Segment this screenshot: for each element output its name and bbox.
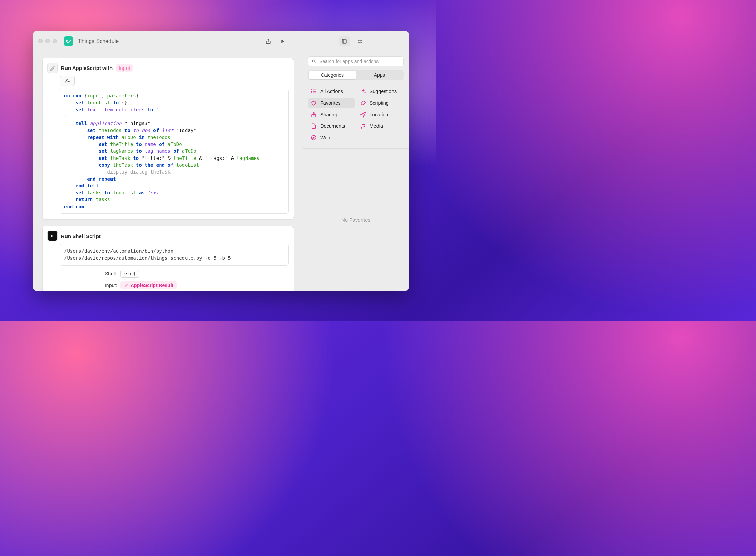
compile-button[interactable] xyxy=(60,76,75,86)
applescript-icon xyxy=(47,63,58,73)
action-run-shell-script[interactable]: >_ Run Shell Script /Users/david/env/aut… xyxy=(42,226,294,291)
category-suggestions[interactable]: Suggestions xyxy=(357,86,404,96)
svg-point-7 xyxy=(311,91,312,92)
empty-state: No Favorites xyxy=(303,149,409,291)
terminal-icon: >_ xyxy=(47,231,58,241)
run-button[interactable] xyxy=(277,36,288,46)
svg-point-8 xyxy=(311,93,312,93)
action-connector xyxy=(42,220,294,226)
heart-icon xyxy=(311,100,317,106)
share-icon xyxy=(311,111,317,118)
chevron-updown-icon: ▲▼ xyxy=(133,272,136,276)
music-icon xyxy=(360,123,366,129)
safari-icon xyxy=(311,135,317,141)
doc-icon xyxy=(311,123,317,129)
action-run-applescript[interactable]: Run AppleScript with Input on run {input… xyxy=(42,58,294,220)
applescript-editor[interactable]: on run {input, parameters} set todoList … xyxy=(60,89,289,214)
svg-point-2 xyxy=(359,40,360,41)
app-icon xyxy=(64,36,73,46)
share-button[interactable] xyxy=(263,36,274,46)
svg-point-6 xyxy=(311,90,312,90)
category-location[interactable]: Location xyxy=(357,109,404,120)
library-toggle-button[interactable] xyxy=(339,36,350,46)
paint-icon xyxy=(360,100,366,106)
shell-select[interactable]: zsh ▲▼ xyxy=(120,270,139,278)
window-controls xyxy=(38,39,57,43)
titlebar: Things Schedule xyxy=(33,31,409,51)
category-web[interactable]: Web xyxy=(308,133,355,143)
category-sharing[interactable]: Sharing xyxy=(308,109,355,120)
shell-label: Shell: xyxy=(60,271,117,276)
category-scripting[interactable]: Scripting xyxy=(357,98,404,108)
search-input[interactable] xyxy=(319,59,400,64)
category-list: All ActionsSuggestionsFavoritesScripting… xyxy=(303,84,409,149)
input-label: Input: xyxy=(60,283,117,288)
svg-rect-4 xyxy=(68,81,70,82)
zoom-button[interactable] xyxy=(53,39,57,43)
svg-point-3 xyxy=(360,42,361,43)
svg-rect-1 xyxy=(342,39,346,43)
category-documents[interactable]: Documents xyxy=(308,121,355,131)
tab-categories[interactable]: Categories xyxy=(309,71,356,79)
library-tabs: Categories Apps xyxy=(308,70,404,80)
location-icon xyxy=(360,111,366,118)
action-title: Run Shell Script xyxy=(61,233,101,239)
search-icon xyxy=(312,59,316,64)
input-token-applescript-result[interactable]: AppleScript Result xyxy=(120,281,177,289)
sparkle-icon xyxy=(360,88,366,94)
settings-button[interactable] xyxy=(355,36,366,46)
input-token[interactable]: Input xyxy=(116,64,133,72)
action-title: Run AppleScript with xyxy=(61,65,113,71)
list-icon xyxy=(311,88,317,94)
category-all-actions[interactable]: All Actions xyxy=(308,86,355,96)
tab-apps[interactable]: Apps xyxy=(356,71,403,79)
shell-command-editor[interactable]: /Users/david/env/automation/bin/python /… xyxy=(60,244,289,266)
window-title: Things Schedule xyxy=(78,38,119,44)
app-window: Things Schedule xyxy=(33,31,409,291)
category-media[interactable]: Media xyxy=(357,121,404,131)
search-field[interactable] xyxy=(308,56,404,66)
minimize-button[interactable] xyxy=(45,39,50,43)
category-favorites[interactable]: Favorites xyxy=(308,98,355,108)
close-button[interactable] xyxy=(38,39,43,43)
library-sidebar: Categories Apps All ActionsSuggestionsFa… xyxy=(303,51,409,291)
svg-point-5 xyxy=(312,60,315,62)
workflow-canvas: Run AppleScript with Input on run {input… xyxy=(33,51,303,291)
